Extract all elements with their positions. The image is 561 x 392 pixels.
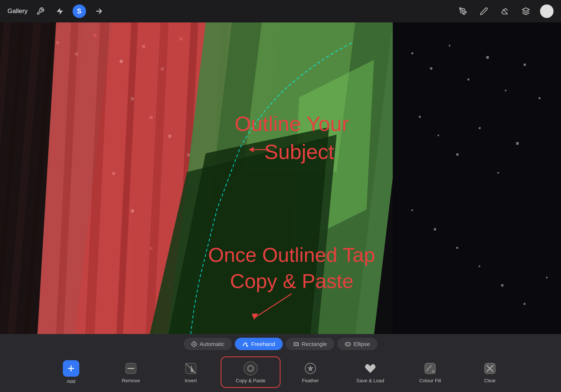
clear-brush-icon [483, 362, 497, 375]
avatar-button[interactable] [540, 4, 554, 18]
svg-rect-59 [434, 228, 436, 230]
svg-rect-24 [168, 135, 171, 138]
selection-label: S [77, 7, 82, 15]
clear-label: Clear [484, 378, 496, 383]
svg-rect-60 [456, 247, 458, 249]
instruction-text-1: Outline Your [234, 112, 349, 135]
colour-fill-label: Colour Fill [419, 378, 441, 383]
svg-rect-27 [131, 209, 134, 212]
layers-icon [522, 7, 530, 15]
svg-rect-21 [180, 37, 183, 40]
add-label: Add [67, 379, 75, 384]
selection-button[interactable]: S [73, 4, 86, 18]
svg-rect-46 [449, 45, 450, 46]
svg-rect-50 [524, 64, 526, 66]
copy-paste-icon [243, 361, 258, 376]
save-load-label: Save & Load [356, 378, 384, 383]
svg-point-75 [246, 345, 248, 347]
invert-label: Invert [185, 378, 197, 383]
pencil-icon [480, 7, 488, 15]
save-load-icon [363, 361, 378, 376]
pencil-button[interactable] [477, 4, 491, 18]
canvas-svg: Outline Your Subject Once Outlined Tap C… [0, 22, 561, 335]
svg-marker-1 [522, 8, 529, 11]
ellipse-icon [345, 341, 351, 347]
add-icon [63, 360, 79, 377]
svg-rect-58 [411, 209, 413, 211]
heart-icon [364, 362, 377, 375]
feather-star-icon [304, 362, 317, 375]
svg-rect-48 [486, 56, 489, 59]
share-icon [95, 7, 103, 15]
colour-fill-button[interactable]: Colour Fill [400, 357, 460, 387]
action-row: Add Remove Invert [0, 352, 561, 392]
remove-icon [123, 361, 138, 376]
copy-icon [243, 361, 258, 376]
svg-rect-63 [524, 303, 525, 305]
invert-square-icon [184, 362, 197, 375]
automatic-icon [191, 341, 197, 347]
clear-button[interactable]: Clear [460, 357, 520, 387]
freehand-label: Freehand [251, 341, 275, 347]
svg-rect-44 [411, 52, 413, 54]
wrench-icon [36, 7, 45, 15]
add-button[interactable]: Add [41, 356, 101, 388]
eraser-icon [501, 7, 509, 15]
clear-icon [482, 361, 497, 376]
save-load-button[interactable]: Save & Load [340, 357, 400, 387]
eraser-button[interactable] [498, 4, 512, 18]
svg-rect-51 [419, 116, 421, 118]
svg-rect-54 [479, 127, 481, 129]
lightning-button[interactable] [53, 4, 67, 18]
layers-button[interactable] [519, 4, 533, 18]
svg-rect-55 [497, 172, 499, 174]
svg-rect-43 [393, 22, 561, 335]
pen-button[interactable] [456, 4, 470, 18]
mode-rectangle[interactable]: Rectangle [286, 338, 335, 350]
mode-selector: Automatic Freehand Rectangle Ellipse [184, 334, 378, 352]
svg-rect-49 [505, 90, 506, 91]
svg-rect-53 [456, 153, 459, 156]
ellipse-label: Ellipse [353, 341, 370, 347]
instruction-text-1b: Subject [264, 140, 334, 163]
share-button[interactable] [92, 4, 105, 18]
freehand-icon [242, 341, 248, 347]
bucket-icon [423, 362, 437, 375]
svg-rect-61 [479, 266, 480, 267]
svg-point-0 [462, 10, 463, 12]
svg-rect-57 [539, 97, 540, 99]
toolbar-left: Gallery S [7, 4, 105, 18]
svg-marker-89 [307, 365, 314, 372]
pen-icon [459, 7, 467, 15]
svg-rect-52 [438, 135, 439, 136]
svg-rect-17 [94, 34, 96, 37]
svg-point-77 [345, 342, 350, 346]
invert-icon [183, 361, 198, 376]
remove-label: Remove [122, 378, 140, 383]
svg-rect-18 [120, 60, 123, 63]
copy-paste-button[interactable]: Copy & Paste [221, 356, 280, 388]
svg-rect-56 [516, 142, 519, 145]
instruction-text-2b: Copy & Paste [230, 270, 353, 292]
mode-ellipse[interactable]: Ellipse [337, 338, 377, 350]
copy-paste-label: Copy & Paste [236, 378, 266, 383]
feather-button[interactable]: Feather [280, 357, 340, 387]
feather-icon [303, 361, 318, 376]
svg-point-87 [249, 367, 252, 370]
invert-button[interactable]: Invert [161, 357, 221, 387]
rectangle-label: Rectangle [302, 341, 327, 347]
svg-rect-62 [501, 284, 503, 287]
top-toolbar: Gallery S [0, 0, 561, 22]
mode-freehand[interactable]: Freehand [235, 338, 282, 350]
svg-rect-15 [56, 41, 59, 44]
wrench-button[interactable] [34, 4, 47, 18]
gallery-button[interactable]: Gallery [7, 7, 28, 15]
remove-button[interactable]: Remove [101, 357, 161, 387]
svg-rect-47 [468, 79, 469, 80]
svg-rect-26 [112, 172, 115, 175]
svg-rect-19 [142, 45, 145, 48]
automatic-label: Automatic [200, 341, 225, 347]
colour-fill-icon [423, 361, 438, 376]
toolbar-right [456, 4, 554, 18]
mode-automatic[interactable]: Automatic [184, 338, 232, 350]
